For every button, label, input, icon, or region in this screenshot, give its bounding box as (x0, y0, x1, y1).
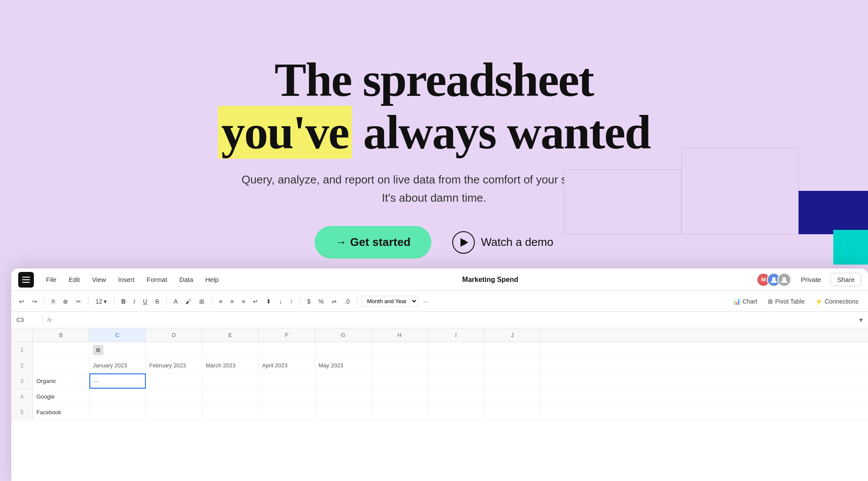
strikethrough-button[interactable]: S (153, 296, 162, 307)
cell-c3-selected[interactable]: ··· (89, 373, 146, 389)
get-started-button[interactable]: → Get started (315, 226, 431, 258)
more-options-button[interactable]: ··· (421, 296, 431, 307)
cell-b4[interactable]: Google (33, 389, 89, 404)
cell-e5[interactable] (202, 405, 259, 420)
cell-i1[interactable] (428, 342, 484, 357)
watch-demo-button[interactable]: Watch a demo (452, 231, 553, 254)
nav-format[interactable]: Format (141, 273, 173, 286)
svg-point-0 (772, 277, 776, 281)
cell-f4[interactable] (259, 389, 315, 404)
cell-j1[interactable] (484, 342, 541, 357)
cell-e4[interactable] (202, 389, 259, 404)
copy-button[interactable]: ⎘ (49, 296, 58, 307)
cell-d4[interactable] (146, 389, 202, 404)
cell-d5[interactable] (146, 405, 202, 420)
col-header-h[interactable]: H (372, 328, 428, 342)
redo-button[interactable]: ↪ (30, 296, 40, 307)
cell-i3[interactable] (428, 373, 484, 389)
cell-g4[interactable] (315, 389, 372, 404)
cell-f2[interactable]: April 2023 (259, 358, 315, 373)
underline-button[interactable]: U (140, 296, 150, 307)
wrap-button[interactable]: ↵ (250, 296, 261, 307)
menu-icon-box[interactable] (18, 272, 34, 288)
col-header-c[interactable]: C (89, 328, 146, 342)
cell-b2[interactable] (33, 358, 89, 373)
undo-button[interactable]: ↩ (16, 296, 27, 307)
cell-h4[interactable] (372, 389, 428, 404)
nav-file[interactable]: File (41, 273, 62, 286)
cell-d3[interactable] (146, 373, 202, 389)
cell-i2[interactable] (428, 358, 484, 373)
pivot-table-button[interactable]: ⊞ Pivot Table (763, 296, 809, 307)
col-header-f[interactable]: F (259, 328, 315, 342)
col-header-b[interactable]: B (33, 328, 89, 342)
duplicate-button[interactable]: ⊕ (60, 296, 71, 307)
cell-b3[interactable]: Organic (33, 373, 89, 389)
cell-j4[interactable] (484, 389, 541, 404)
chart-button[interactable]: 📊 Chart (729, 296, 762, 307)
cell-e1[interactable] (202, 342, 259, 357)
expand-button[interactable]: ▾ (859, 316, 863, 324)
highlight-button[interactable]: 🖌 (183, 296, 194, 307)
italic-button[interactable]: I (131, 296, 138, 307)
scissors-button[interactable]: ✂ (73, 296, 84, 307)
cell-b1[interactable] (33, 342, 89, 357)
cell-c5[interactable] (89, 405, 146, 420)
month-year-select[interactable]: Month and Year (362, 296, 418, 307)
font-size-button[interactable]: 12 ▾ (93, 296, 109, 307)
cell-j2[interactable] (484, 358, 541, 373)
nav-data[interactable]: Data (174, 273, 198, 286)
cell-i5[interactable] (428, 405, 484, 420)
cell-c4[interactable] (89, 389, 146, 404)
dollar-button[interactable]: $ (305, 296, 313, 307)
align-right-button[interactable]: ≡ (239, 296, 248, 307)
cell-h5[interactable] (372, 405, 428, 420)
col-header-i[interactable]: I (428, 328, 484, 342)
cell-g5[interactable] (315, 405, 372, 420)
cell-h1[interactable] (372, 342, 428, 357)
cell-g2[interactable]: May 2023 (315, 358, 372, 373)
cell-g1[interactable] (315, 342, 372, 357)
cell-h3[interactable] (372, 373, 428, 389)
align-left-button[interactable]: ≡ (216, 296, 225, 307)
align-center-button[interactable]: ≡ (227, 296, 236, 307)
cell-e2[interactable]: March 2023 (202, 358, 259, 373)
borders-button[interactable]: ⊞ (197, 296, 207, 307)
cell-j5[interactable] (484, 405, 541, 420)
cell-d2[interactable]: February 2023 (146, 358, 202, 373)
number-format-button[interactable]: ⇌ (329, 296, 339, 307)
cell-e3[interactable] (202, 373, 259, 389)
separator-2 (88, 297, 89, 306)
valign-button[interactable]: ⬍ (263, 296, 274, 307)
cell-g3[interactable] (315, 373, 372, 389)
format-toolbar: ↩ ↪ ⎘ ⊕ ✂ 12 ▾ B I U S A 🖌 ⊞ ≡ ≡ ≡ ↵ ⬍ ↓… (11, 291, 868, 312)
cell-h2[interactable] (372, 358, 428, 373)
text-color-button[interactable]: A (171, 296, 180, 307)
share-button[interactable]: Share (831, 273, 861, 286)
cell-f1[interactable] (259, 342, 315, 357)
col-header-d[interactable]: D (146, 328, 202, 342)
nav-view[interactable]: View (87, 273, 111, 286)
cell-f3[interactable] (259, 373, 315, 389)
cell-j3[interactable] (484, 373, 541, 389)
cell-i4[interactable] (428, 389, 484, 404)
cell-d1[interactable] (146, 342, 202, 357)
cell-f5[interactable] (259, 405, 315, 420)
connections-button[interactable]: ⚡ Connections (811, 296, 863, 307)
valign-bottom-button[interactable]: ↓ (276, 296, 285, 307)
nav-help[interactable]: Help (200, 273, 224, 286)
nav-edit[interactable]: Edit (63, 273, 85, 286)
valign-top-button[interactable]: ↑ (287, 296, 296, 307)
col-header-j[interactable]: J (484, 328, 541, 342)
nav-insert[interactable]: Insert (113, 273, 140, 286)
cell-c1[interactable]: ⊞ (89, 342, 146, 357)
col-header-e[interactable]: E (202, 328, 259, 342)
private-button[interactable]: Private (796, 273, 825, 286)
row-num-header (11, 328, 33, 342)
decimal-button[interactable]: .0 (342, 296, 352, 307)
col-header-g[interactable]: G (315, 328, 372, 342)
cell-c2[interactable]: January 2023 (89, 358, 146, 373)
bold-button[interactable]: B (118, 296, 128, 307)
cell-b5[interactable]: Facebook (33, 405, 89, 420)
percent-button[interactable]: % (316, 296, 326, 307)
